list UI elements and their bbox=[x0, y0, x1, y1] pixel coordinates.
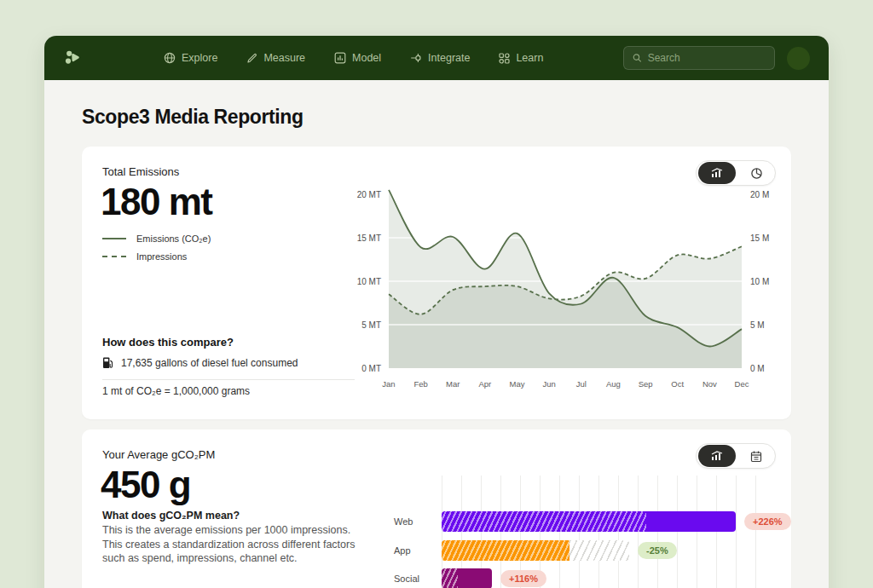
chart-view-toggle[interactable] bbox=[696, 443, 776, 469]
right-axis-label: 0 M bbox=[750, 364, 765, 373]
line-chart-svg: 0 MT5 MT10 MT15 MT20 MT0 M5 M10 M15 M20 … bbox=[356, 187, 781, 399]
month-label: Aug bbox=[606, 379, 621, 389]
month-label: Dec bbox=[735, 379, 749, 389]
legend-label: Impressions bbox=[136, 251, 187, 262]
bar-segment-ghost bbox=[569, 540, 629, 561]
right-axis-label: 5 M bbox=[750, 320, 765, 330]
total-emissions-card: Total Emissions 180 mt Emissions (CO₂e)I… bbox=[82, 147, 791, 419]
month-label: Oct bbox=[671, 379, 684, 389]
bar-segment-solid bbox=[458, 568, 492, 588]
gco2pm-value: 450 g bbox=[101, 464, 190, 506]
card-title: Your Average gCO₂PM bbox=[102, 448, 215, 461]
globe-icon bbox=[164, 52, 176, 64]
chart-view-toggle[interactable] bbox=[696, 160, 776, 186]
page-title: Scope3 Media Reporting bbox=[82, 106, 791, 129]
nav-item-label: Measure bbox=[263, 52, 305, 64]
left-axis-label: 0 MT bbox=[361, 364, 381, 373]
compare-row: 17,635 gallons of diesel fuel consumed bbox=[102, 356, 355, 380]
search-box[interactable] bbox=[623, 46, 775, 70]
bar-row-web: +226% bbox=[442, 511, 791, 532]
card-title: Total Emissions bbox=[102, 165, 179, 178]
bar-label-web: Web bbox=[394, 516, 413, 527]
month-label: Sep bbox=[639, 379, 653, 389]
gco2pm-question: What does gCO₂PM mean? bbox=[102, 510, 240, 522]
right-axis-label: 15 M bbox=[750, 233, 769, 243]
pie-chart-icon bbox=[750, 167, 763, 180]
conversion-footnote: 1 mt of CO₂e = 1,000,000 grams bbox=[102, 385, 250, 397]
line-chart-icon bbox=[710, 451, 725, 461]
nav-item-model[interactable]: Model bbox=[334, 52, 381, 64]
month-label: Jul bbox=[576, 379, 587, 389]
month-label: Mar bbox=[446, 379, 460, 389]
change-badge: +116% bbox=[500, 570, 546, 587]
nav-item-explore[interactable]: Explore bbox=[164, 52, 217, 64]
bar-segment-solid bbox=[646, 511, 736, 532]
calendar-icon bbox=[750, 450, 762, 463]
calendar-toggle-option[interactable] bbox=[737, 444, 775, 468]
bar-chart-toggle-option[interactable] bbox=[698, 445, 736, 467]
left-axis-label: 5 MT bbox=[361, 320, 381, 330]
left-axis-label: 10 MT bbox=[357, 277, 381, 286]
top-navbar: ExploreMeasureModelIntegrateLearn bbox=[44, 36, 829, 80]
line-chart-icon bbox=[710, 168, 725, 178]
bar-label-app: App bbox=[394, 545, 411, 556]
nav-item-learn[interactable]: Learn bbox=[499, 52, 543, 64]
change-badge: -25% bbox=[638, 542, 677, 559]
model-chart-icon bbox=[334, 52, 346, 64]
search-icon bbox=[633, 53, 642, 63]
bar-segment-hatched bbox=[442, 511, 646, 532]
legend-item: Emissions (CO₂e) bbox=[102, 233, 211, 244]
nav-item-label: Model bbox=[352, 52, 381, 64]
nav-item-label: Explore bbox=[182, 52, 217, 64]
pie-chart-toggle-option[interactable] bbox=[737, 161, 775, 185]
gco2pm-card: Your Average gCO₂PM 450 g Wh bbox=[82, 429, 791, 588]
legend-swatch-solid bbox=[102, 238, 126, 239]
fuel-pump-icon bbox=[102, 356, 113, 369]
pencil-icon bbox=[246, 53, 257, 64]
legend-label: Emissions (CO₂e) bbox=[136, 233, 211, 244]
bar-segment-hatched bbox=[442, 540, 569, 561]
month-label: Feb bbox=[413, 379, 427, 389]
month-label: Apr bbox=[479, 379, 492, 389]
chart-legend: Emissions (CO₂e)Impressions bbox=[102, 233, 211, 262]
bar-label-social: Social bbox=[394, 574, 419, 584]
bar-row-app: -25% bbox=[442, 540, 677, 561]
compare-text: 17,635 gallons of diesel fuel consumed bbox=[121, 357, 298, 369]
nav-item-label: Integrate bbox=[428, 52, 470, 64]
learn-grid-icon bbox=[499, 53, 510, 64]
bar-segment-hatched bbox=[442, 568, 458, 588]
nav-item-integrate[interactable]: Integrate bbox=[410, 52, 470, 64]
legend-swatch-dashed bbox=[102, 256, 126, 257]
integrate-node-icon bbox=[410, 52, 422, 64]
month-label: Jun bbox=[543, 379, 556, 389]
bar-row-social: +116% bbox=[442, 568, 546, 588]
compare-heading: How does this compare? bbox=[102, 336, 234, 349]
user-avatar[interactable] bbox=[787, 47, 810, 70]
emissions-line-chart: 0 MT5 MT10 MT15 MT20 MT0 M5 M10 M15 M20 … bbox=[356, 187, 781, 402]
line-chart-toggle-option[interactable] bbox=[698, 162, 736, 184]
month-label: Nov bbox=[702, 379, 717, 389]
app-window: ExploreMeasureModelIntegrateLearn Scope3… bbox=[44, 36, 829, 588]
right-axis-label: 20 M bbox=[750, 190, 769, 199]
search-input[interactable] bbox=[648, 52, 766, 64]
month-label: May bbox=[510, 379, 525, 389]
left-axis-label: 15 MT bbox=[357, 233, 381, 243]
scope3-logo-icon[interactable] bbox=[63, 49, 82, 67]
month-label: Jan bbox=[382, 379, 395, 389]
change-badge: +226% bbox=[744, 513, 791, 530]
nav-item-measure[interactable]: Measure bbox=[246, 52, 305, 64]
right-axis-label: 10 M bbox=[750, 277, 769, 286]
left-axis-label: 20 MT bbox=[357, 190, 381, 199]
nav-items: ExploreMeasureModelIntegrateLearn bbox=[164, 52, 543, 64]
legend-item: Impressions bbox=[102, 251, 211, 262]
nav-item-label: Learn bbox=[516, 52, 543, 64]
total-emissions-value: 180 mt bbox=[101, 181, 211, 223]
gco2pm-description: This is the average emissions per 1000 i… bbox=[102, 523, 360, 566]
